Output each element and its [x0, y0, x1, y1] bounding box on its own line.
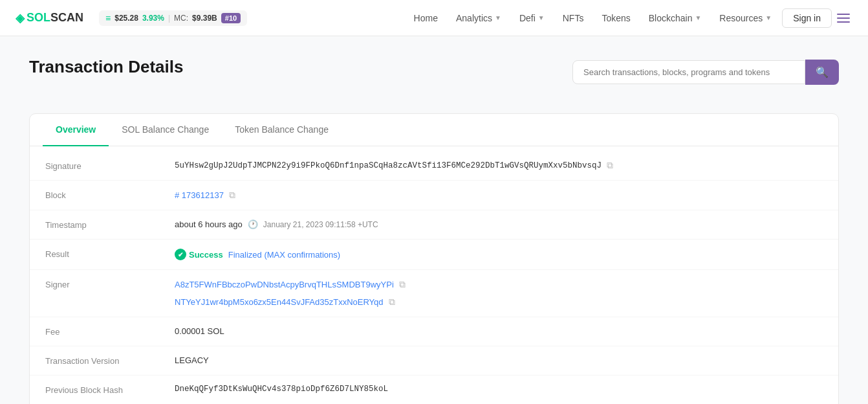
tab-overview[interactable]: Overview [43, 114, 109, 146]
hamburger-line-3 [837, 21, 850, 23]
value-result: Success Finalized (MAX confirmations) [175, 249, 823, 260]
value-signature: 5uYHsw2gUpJ2UdpTJMCPN22y9i9FPkoQ6Dnf1npa… [175, 161, 823, 171]
signer-2-row: NTYeYJ1wr4bpM5xo6zx5En44SvJFAd35zTxxNoER… [175, 297, 395, 308]
signer-1-row: A8zT5FWnFBbczoPwDNbstAcpyBrvqTHLsSMDBT9w… [175, 279, 406, 290]
nav-defi[interactable]: Defi▼ [512, 8, 552, 28]
transaction-card: Overview SOL Balance Change Token Balanc… [29, 113, 839, 404]
timestamp-relative: about 6 hours ago [175, 219, 243, 229]
tab-token-balance[interactable]: Token Balance Change [222, 114, 342, 146]
signin-button[interactable]: Sign in [782, 8, 832, 28]
mc-label: MC: [174, 14, 188, 23]
label-timestamp: Timestamp [45, 219, 175, 230]
nav-tokens[interactable]: Tokens [594, 8, 638, 28]
logo-icon: ◈ [16, 11, 24, 25]
label-signature: Signature [45, 161, 175, 171]
nav-nfts[interactable]: NFTs [555, 8, 592, 28]
block-link[interactable]: # 173612137 [175, 190, 224, 200]
tabs: Overview SOL Balance Change Token Balanc… [30, 114, 838, 146]
price-badge: ≡ $25.28 3.93% | MC: $9.39B #10 [99, 10, 247, 26]
row-tx-version: Transaction Version LEGACY [30, 346, 838, 376]
row-signature: Signature 5uYHsw2gUpJ2UdpTJMCPN22y9i9FPk… [30, 152, 838, 181]
finalized-badge: Finalized (MAX confirmations) [228, 250, 340, 260]
timestamp-absolute: January 21, 2023 09:11:58 +UTC [263, 220, 378, 229]
copy-signature-icon[interactable]: ⧉ [607, 161, 613, 171]
label-block: Block [45, 190, 175, 200]
navbar: ◈ SOLSCAN ≡ $25.28 3.93% | MC: $9.39B #1… [0, 0, 868, 36]
row-prev-block-hash: Previous Block Hash DneKqQFyf3DtKsWuQHCv… [30, 376, 838, 404]
value-block: # 173612137 ⧉ [175, 190, 823, 201]
label-fee: Fee [45, 326, 175, 337]
search-bar: 🔍 [572, 60, 839, 85]
value-prev-block-hash: DneKqQFyf3DtKsWuQHCv4s378pioDpf6Z6D7LNY8… [175, 385, 823, 394]
search-button[interactable]: 🔍 [805, 60, 839, 85]
row-timestamp: Timestamp about 6 hours ago 🕐 January 21… [30, 210, 838, 240]
row-fee: Fee 0.00001 SOL [30, 317, 838, 346]
nav-analytics[interactable]: Analytics▼ [448, 8, 509, 28]
copy-signer-2-icon[interactable]: ⧉ [389, 297, 395, 308]
nav-blockchain[interactable]: Blockchain▼ [641, 8, 710, 28]
nav-links: Home Analytics▼ Defi▼ NFTs Tokens Blockc… [406, 8, 852, 28]
label-result: Result [45, 249, 175, 259]
logo-text: SOLSCAN [27, 11, 83, 25]
signature-text: 5uYHsw2gUpJ2UdpTJMCPN22y9i9FPkoQ6Dnf1npa… [175, 161, 602, 170]
price-change: 3.93% [142, 14, 164, 23]
copy-signer-1-icon[interactable]: ⧉ [399, 279, 406, 290]
tab-sol-balance[interactable]: SOL Balance Change [109, 114, 222, 146]
hamburger-menu[interactable] [834, 11, 852, 25]
page-title: Transaction Details [29, 57, 183, 77]
rank-badge: #10 [221, 13, 241, 23]
success-text: Success [189, 250, 223, 260]
row-result: Result Success Finalized (MAX confirmati… [30, 240, 838, 270]
copy-block-icon[interactable]: ⧉ [229, 190, 235, 201]
search-input[interactable] [572, 60, 805, 84]
row-signer: Signer A8zT5FWnFBbczoPwDNbstAcpyBrvqTHLs… [30, 270, 838, 317]
sol-icon: ≡ [105, 13, 111, 23]
logo[interactable]: ◈ SOLSCAN [16, 11, 83, 25]
label-tx-version: Transaction Version [45, 355, 175, 366]
value-fee: 0.00001 SOL [175, 326, 823, 336]
row-block: Block # 173612137 ⧉ [30, 181, 838, 210]
success-badge: Success [175, 249, 223, 260]
signer-1-link[interactable]: A8zT5FWnFBbczoPwDNbstAcpyBrvqTHLsSMDBT9w… [175, 280, 394, 289]
main-content: Transaction Details 🔍 Overview SOL Balan… [14, 36, 854, 404]
value-timestamp: about 6 hours ago 🕐 January 21, 2023 09:… [175, 219, 823, 229]
mc-value: $9.39B [192, 14, 217, 23]
label-signer: Signer [45, 279, 175, 289]
signer-2-link[interactable]: NTYeYJ1wr4bpM5xo6zx5En44SvJFAd35zTxxNoER… [175, 297, 384, 307]
label-prev-block-hash: Previous Block Hash [45, 385, 175, 395]
nav-home[interactable]: Home [406, 8, 446, 28]
header-section: Transaction Details 🔍 [29, 57, 839, 95]
clock-icon: 🕐 [248, 219, 258, 229]
value-signer: A8zT5FWnFBbczoPwDNbstAcpyBrvqTHLsSMDBT9w… [175, 279, 823, 308]
value-tx-version: LEGACY [175, 355, 823, 365]
price-value: $25.28 [114, 14, 138, 23]
hamburger-line-1 [837, 14, 850, 15]
hamburger-line-2 [837, 17, 850, 19]
search-icon: 🔍 [816, 67, 829, 78]
details-table: Signature 5uYHsw2gUpJ2UdpTJMCPN22y9i9FPk… [30, 146, 838, 404]
nav-resources[interactable]: Resources▼ [711, 8, 779, 28]
